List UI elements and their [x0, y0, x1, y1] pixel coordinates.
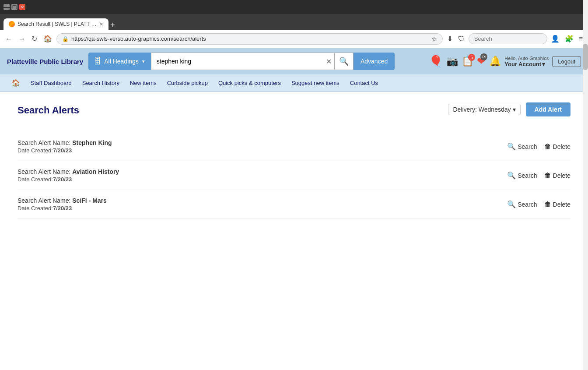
- search-label: Search: [518, 201, 537, 208]
- alert-date: Date Created:7/20/23: [18, 147, 507, 154]
- lock-icon: 🔒: [62, 36, 69, 42]
- browser-search-box[interactable]: [469, 33, 547, 44]
- delete-alert-button[interactable]: 🗑 Delete: [544, 172, 570, 180]
- advanced-button[interactable]: Advanced: [354, 53, 395, 70]
- delete-alert-button[interactable]: 🗑 Delete: [544, 201, 570, 208]
- alert-date-value: 7/20/23: [53, 176, 72, 183]
- library-name: Platteville Public Library: [7, 58, 83, 65]
- clear-search-button[interactable]: ✕: [323, 55, 334, 68]
- back-button[interactable]: ←: [4, 33, 14, 45]
- chevron-down-icon: ▼: [141, 59, 146, 64]
- sidebar-item-new-items[interactable]: New items: [126, 76, 161, 90]
- forward-button[interactable]: →: [17, 33, 27, 45]
- minimize-button[interactable]: —: [4, 4, 10, 10]
- page-title: Search Alerts: [18, 105, 79, 116]
- browser-search-input[interactable]: [474, 35, 527, 42]
- refresh-button[interactable]: ↻: [30, 33, 39, 45]
- alert-date: Date Created:7/20/23: [18, 205, 507, 211]
- alert-info: Search Alert Name: Stephen King Date Cre…: [18, 139, 507, 154]
- sidebar-item-suggest-new-items[interactable]: Suggest new items: [287, 76, 344, 90]
- extension-button[interactable]: 🧩: [563, 33, 575, 45]
- download-button[interactable]: ⬇: [445, 33, 455, 45]
- new-tab-button[interactable]: +: [110, 21, 115, 30]
- shield-button[interactable]: 🛡: [456, 33, 467, 45]
- bookmark-icon[interactable]: ☆: [431, 35, 437, 42]
- close-button[interactable]: ✕: [19, 4, 25, 10]
- trash-icon: 🗑: [544, 172, 551, 180]
- sidebar-item-curbside-pickup[interactable]: Curbside pickup: [163, 76, 212, 90]
- bell-icon-button[interactable]: 🔔: [489, 56, 501, 67]
- account-greeting: Hello, Auto-Graphics: [504, 56, 549, 61]
- table-row: Search Alert Name: SciFi - Mars Date Cre…: [18, 190, 570, 219]
- account-name: Your Account ▾: [504, 61, 545, 67]
- search-bar: 🗄 All Headings ▼ ✕ 🔍 Advanced: [88, 53, 395, 70]
- alert-actions: 🔍 Search 🗑 Delete: [507, 142, 570, 151]
- table-row: Search Alert Name: Stephen King Date Cre…: [18, 132, 570, 161]
- alerts-list: Search Alert Name: Stephen King Date Cre…: [18, 132, 570, 219]
- tab-close-button[interactable]: ✕: [99, 21, 103, 27]
- delete-label: Delete: [553, 172, 570, 179]
- url-bar[interactable]: 🔒 https://qa-swls-verso.auto-graphics.co…: [56, 33, 443, 45]
- add-alert-button[interactable]: Add Alert: [526, 102, 570, 116]
- alert-actions: 🔍 Search 🗑 Delete: [507, 171, 570, 180]
- alert-date-value: 7/20/23: [53, 147, 72, 154]
- delivery-dropdown[interactable]: Delivery: Wednesday ▾: [448, 104, 520, 115]
- logout-button[interactable]: Logout: [552, 56, 581, 67]
- heart-icon-button[interactable]: ❤ F9: [477, 55, 486, 67]
- trash-icon: 🗑: [544, 143, 551, 151]
- account-chevron-icon: ▾: [542, 61, 545, 67]
- camera-icon-button[interactable]: 📷: [446, 56, 458, 67]
- search-input[interactable]: [151, 54, 323, 68]
- delivery-bar: Delivery: Wednesday ▾ Add Alert: [448, 102, 570, 116]
- tab-favicon: [9, 21, 15, 27]
- tab-title: Search Result | SWLS | PLATT | A...: [18, 21, 97, 27]
- sidebar-item-quick-picks[interactable]: Quick picks & computers: [214, 76, 285, 90]
- maximize-button[interactable]: □: [11, 4, 18, 10]
- search-icon: 🔍: [507, 200, 516, 208]
- home-icon: 🏠: [11, 79, 20, 87]
- home-nav-button[interactable]: 🏠: [42, 33, 54, 45]
- search-label: Search: [518, 172, 537, 179]
- alert-info: Search Alert Name: Aviation History Date…: [18, 168, 507, 183]
- alert-name-value: Aviation History: [72, 168, 119, 175]
- scrollbar[interactable]: [583, 0, 588, 229]
- account-section[interactable]: Hello, Auto-Graphics Your Account ▾: [504, 56, 549, 67]
- alert-date-value: 7/20/23: [53, 205, 72, 211]
- list-icon-button[interactable]: 📋 5: [462, 56, 473, 67]
- nav-bar: 🏠 Staff Dashboard Search History New ite…: [0, 74, 588, 92]
- database-icon: 🗄: [94, 57, 102, 66]
- list-badge: 5: [468, 54, 475, 61]
- sidebar-item-staff-dashboard[interactable]: Staff Dashboard: [26, 76, 76, 90]
- search-alert-button[interactable]: 🔍 Search: [507, 200, 537, 208]
- search-alert-button[interactable]: 🔍 Search: [507, 171, 537, 180]
- profile-button[interactable]: 👤: [549, 33, 561, 45]
- trash-icon: 🗑: [544, 201, 551, 208]
- delete-alert-button[interactable]: 🗑 Delete: [544, 143, 570, 151]
- sidebar-item-search-history[interactable]: Search History: [78, 76, 124, 90]
- scrollbar-thumb[interactable]: [583, 44, 588, 70]
- alert-name: Search Alert Name: SciFi - Mars: [18, 197, 507, 204]
- f9-badge: F9: [480, 53, 487, 60]
- delete-label: Delete: [553, 201, 570, 208]
- alert-info: Search Alert Name: SciFi - Mars Date Cre…: [18, 197, 507, 211]
- alert-actions: 🔍 Search 🗑 Delete: [507, 200, 570, 208]
- url-text: https://qa-swls-verso.auto-graphics.com/…: [71, 35, 429, 42]
- search-type-dropdown[interactable]: 🗄 All Headings ▼: [88, 53, 151, 70]
- main-content: Search Alerts Delivery: Wednesday ▾ Add …: [0, 92, 588, 229]
- active-tab[interactable]: Search Result | SWLS | PLATT | A... ✕: [4, 18, 108, 30]
- search-alert-button[interactable]: 🔍 Search: [507, 142, 537, 151]
- search-icon: 🔍: [507, 171, 516, 180]
- alert-date: Date Created:7/20/23: [18, 176, 507, 183]
- search-label: Search: [518, 143, 537, 150]
- table-row: Search Alert Name: Aviation History Date…: [18, 161, 570, 190]
- search-button[interactable]: 🔍: [334, 53, 353, 70]
- alert-name: Search Alert Name: Stephen King: [18, 139, 507, 146]
- sidebar-item-contact-us[interactable]: Contact Us: [346, 76, 382, 90]
- alert-name-value: Stephen King: [72, 139, 112, 146]
- balloon-icon-button[interactable]: 🎈: [429, 55, 443, 68]
- home-nav-item[interactable]: 🏠: [7, 75, 24, 91]
- header-icons: 🎈 📷 📋 5 ❤ F9 🔔 Hello, Auto-Graphics Your…: [429, 55, 581, 68]
- delivery-chevron-icon: ▾: [513, 106, 516, 113]
- alert-name-value: SciFi - Mars: [72, 197, 107, 204]
- search-type-label: All Headings: [104, 58, 139, 65]
